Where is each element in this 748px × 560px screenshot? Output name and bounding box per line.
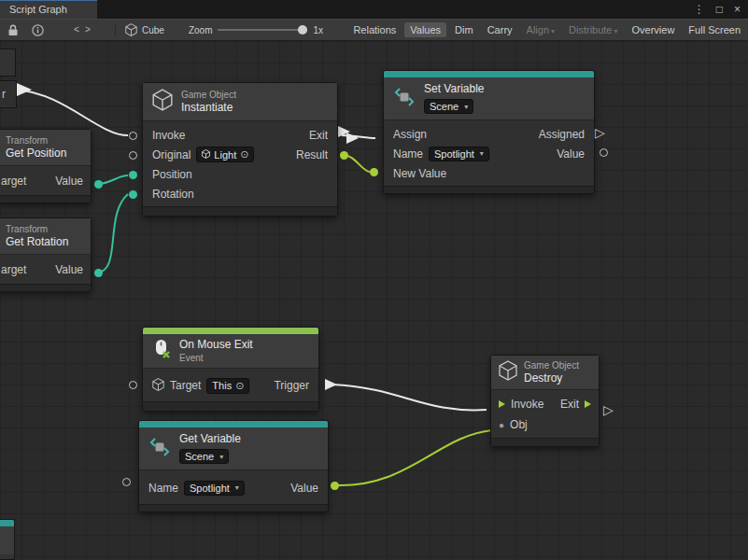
wire-trigger-to-destroy[interactable]	[332, 385, 487, 410]
port-on-mouse-exit-in[interactable]	[129, 381, 137, 389]
node-title: Get Position	[6, 147, 66, 160]
object-picker-icon[interactable]: ⊙	[235, 380, 244, 392]
node-row: Position	[143, 164, 337, 184]
cube-icon	[125, 23, 137, 36]
flow-out-destroy-exit[interactable]: ▷	[603, 403, 614, 416]
port-instantiate-position-in[interactable]	[129, 171, 137, 179]
wire-arrowhead	[17, 83, 32, 96]
value-port-label: Value	[55, 263, 83, 276]
variable-name-dropdown[interactable]: Spotlight ▾	[184, 481, 245, 496]
node-header[interactable]: Game Object Destroy	[491, 356, 599, 390]
port-get-rotation-value-out[interactable]	[94, 269, 103, 277]
flow-out-arrow-icon[interactable]	[585, 400, 591, 408]
node-title: Destroy	[524, 372, 579, 385]
node-instantiate[interactable]: Game Object Instantiate Invoke Exit Orig…	[142, 82, 338, 217]
zoom-slider[interactable]	[218, 29, 307, 31]
distribute-dropdown[interactable]: Distribute▾	[563, 22, 623, 37]
port-get-variable-value-out[interactable]	[331, 482, 339, 490]
more-menu-icon[interactable]: ⋮	[694, 3, 705, 16]
lock-icon[interactable]	[7, 24, 19, 36]
node-header[interactable]: Set Variable Scene ▾	[384, 77, 594, 120]
node-row: Name Spotlight ▾ Value	[139, 474, 328, 501]
wire-getrotation-to-rotation[interactable]	[98, 194, 128, 273]
zoom-slider-knob[interactable]	[298, 25, 307, 35]
variable-name-dropdown[interactable]: Spotlight ▾	[429, 147, 489, 161]
node-header[interactable]: On Mouse Exit Event	[143, 334, 318, 369]
zoom-label: Zoom	[189, 25, 213, 35]
node-header[interactable]: Get Variable Scene ▾	[139, 427, 328, 470]
obj-port-dot-icon[interactable]: ●	[499, 420, 504, 430]
align-dropdown[interactable]: Align▾	[521, 22, 560, 37]
carry-button[interactable]: Carry	[482, 22, 518, 37]
node-header[interactable]: Transform Get Position	[0, 130, 91, 166]
node-row: Name Spotlight ▾ Value	[384, 144, 594, 163]
assigned-port-label: Assigned	[539, 128, 585, 141]
object-field-this[interactable]: This ⊙	[206, 378, 249, 394]
value-port-label: Value	[557, 147, 585, 161]
node-footer	[143, 401, 318, 411]
node-get-rotation[interactable]: Transform Get Rotation arget Value	[0, 217, 92, 292]
wire-getvariable-to-obj[interactable]	[334, 430, 492, 485]
node-get-variable[interactable]: Get Variable Scene ▾ Name Spotlight ▾ Va…	[138, 420, 329, 512]
port-set-variable-value-out[interactable]	[600, 148, 608, 157]
port-set-variable-newvalue-in[interactable]	[370, 168, 378, 176]
object-field-light[interactable]: Light ⊙	[196, 147, 254, 162]
flow-out-set-variable-assigned[interactable]: ▷	[595, 126, 605, 139]
variable-kind-dropdown[interactable]: Scene ▾	[424, 99, 473, 114]
fullscreen-button[interactable]: Full Screen	[683, 22, 746, 37]
graph-canvas[interactable]: r Transform Get Position arget Value	[0, 41, 748, 560]
port-instantiate-rotation-in[interactable]	[129, 190, 137, 199]
code-view-icon[interactable]: < >	[74, 25, 91, 35]
clipped-node-fragment[interactable]: r	[0, 80, 17, 108]
wires-layer	[0, 41, 748, 560]
node-footer	[0, 195, 91, 203]
chevron-down-icon: ▾	[551, 27, 555, 35]
node-row: Invoke Exit	[491, 394, 599, 414]
flow-in-arrow-icon[interactable]	[499, 400, 505, 408]
port-instantiate-invoke-in[interactable]	[129, 132, 137, 140]
zoom-value: 1x	[313, 25, 323, 35]
overview-button[interactable]: Overview	[627, 22, 681, 37]
node-title: Get Variable	[179, 433, 241, 445]
port-instantiate-original-in[interactable]	[129, 151, 137, 160]
port-get-position-value-out[interactable]	[94, 180, 103, 189]
node-category: Event	[179, 353, 253, 363]
maximize-icon[interactable]: □	[716, 3, 723, 16]
object-picker-icon[interactable]: ⊙	[240, 148, 248, 161]
node-destroy[interactable]: Game Object Destroy Invoke Exit ● Obj	[490, 355, 600, 447]
toolbar-buttons: Relations Values Dim Carry Align▾ Distri…	[347, 22, 748, 37]
tab-script-graph[interactable]: Script Graph	[0, 0, 97, 19]
close-icon[interactable]: ×	[734, 3, 741, 16]
node-row: arget Value	[0, 259, 91, 281]
dim-button[interactable]: Dim	[449, 22, 479, 37]
target-port-label: Target	[170, 379, 201, 392]
node-header[interactable]: Transform Get Rotation	[0, 218, 91, 255]
object-field-value: This	[212, 380, 232, 391]
node-get-position[interactable]: Transform Get Position arget Value	[0, 129, 92, 203]
clipped-node-fragment[interactable]	[0, 519, 15, 560]
cube-icon	[202, 149, 210, 161]
node-header[interactable]: Game Object Instantiate	[143, 83, 337, 121]
node-on-mouse-exit[interactable]: On Mouse Exit Event Target This ⊙ Trigge…	[142, 327, 319, 412]
relations-button[interactable]: Relations	[347, 22, 402, 37]
values-button[interactable]: Values	[404, 22, 446, 37]
port-get-variable-in[interactable]	[122, 478, 131, 486]
node-footer	[491, 438, 599, 446]
info-icon[interactable]	[32, 24, 44, 36]
node-footer	[384, 186, 594, 193]
chevron-down-icon: ▾	[219, 453, 223, 461]
port-instantiate-result-out[interactable]	[340, 151, 348, 160]
value-port-label: Value	[55, 175, 83, 188]
tab-title: Script Graph	[9, 4, 67, 15]
cube-icon	[152, 378, 164, 394]
clipped-node-fragment[interactable]	[0, 49, 16, 77]
rotation-port-label: Rotation	[152, 188, 194, 201]
game-object-cube-icon	[499, 360, 517, 385]
chevron-down-icon: ▾	[614, 27, 618, 35]
exit-port-label: Exit	[309, 129, 328, 142]
exit-port-label: Exit	[560, 398, 579, 411]
new-value-port-label: New Value	[393, 167, 446, 180]
variable-kind-dropdown[interactable]: Scene ▾	[179, 449, 229, 464]
node-set-variable[interactable]: Set Variable Scene ▾ Assign Assigned Nam…	[383, 70, 595, 194]
variable-kind-value: Scene	[185, 451, 214, 462]
